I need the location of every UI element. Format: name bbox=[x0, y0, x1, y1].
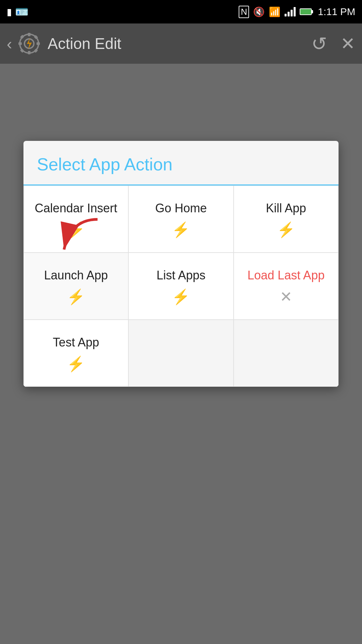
back-button[interactable]: ‹ bbox=[7, 35, 12, 53]
svg-rect-5 bbox=[37, 42, 40, 45]
status-bar-right: N 🔇 📶 1:11 PM bbox=[239, 6, 355, 18]
launch-app-label: Launch App bbox=[44, 268, 108, 282]
test-app-label: Test App bbox=[53, 335, 99, 350]
app-icon bbox=[17, 32, 41, 55]
app-bar-title: Action Edit bbox=[48, 35, 311, 53]
load-last-app-error-icon: ✕ bbox=[280, 289, 292, 304]
signal-icon bbox=[285, 7, 296, 16]
battery-low-icon: ▮ bbox=[7, 6, 12, 17]
calendar-insert-button[interactable]: Calendar Insert ⚡ bbox=[23, 185, 128, 253]
svg-rect-3 bbox=[28, 51, 31, 54]
go-home-bolt-icon: ⚡ bbox=[172, 222, 190, 237]
kill-app-bolt-icon: ⚡ bbox=[277, 222, 295, 237]
test-app-bolt-icon: ⚡ bbox=[67, 357, 85, 371]
status-bar-left: ▮ 🪪 bbox=[7, 5, 28, 18]
refresh-button[interactable]: ↺ bbox=[311, 33, 327, 55]
sim-icon: 🪪 bbox=[15, 5, 28, 18]
load-last-app-label: Load Last App bbox=[247, 268, 324, 282]
gear-lightning-icon bbox=[17, 32, 41, 55]
select-app-action-dialog: Select App Action Calendar Insert ⚡ Go H… bbox=[23, 141, 339, 387]
kill-app-button[interactable]: Kill App ⚡ bbox=[234, 185, 339, 253]
empty-cell-2 bbox=[234, 320, 339, 387]
app-bar-actions: ↺ ✕ bbox=[311, 33, 355, 55]
battery-icon bbox=[300, 8, 312, 15]
close-button[interactable]: ✕ bbox=[341, 34, 355, 54]
go-home-label: Go Home bbox=[155, 201, 207, 215]
launch-app-button[interactable]: Launch App ⚡ bbox=[23, 253, 128, 320]
list-apps-bolt-icon: ⚡ bbox=[172, 289, 190, 304]
wifi-icon: 📶 bbox=[269, 6, 281, 17]
kill-app-label: Kill App bbox=[266, 201, 306, 215]
list-apps-label: List Apps bbox=[157, 268, 205, 282]
test-app-button[interactable]: Test App ⚡ bbox=[23, 320, 128, 387]
svg-rect-2 bbox=[28, 33, 31, 36]
calendar-insert-label: Calendar Insert bbox=[35, 201, 117, 215]
svg-rect-4 bbox=[18, 42, 22, 45]
load-last-app-button[interactable]: Load Last App ✕ bbox=[234, 253, 339, 320]
calendar-insert-bolt-icon: ⚡ bbox=[67, 222, 85, 237]
launch-app-bolt-icon: ⚡ bbox=[67, 289, 85, 304]
status-bar: ▮ 🪪 N 🔇 📶 1:11 PM bbox=[0, 0, 362, 23]
time-display: 1:11 PM bbox=[318, 6, 355, 17]
nfc-icon: N bbox=[239, 6, 249, 18]
mute-icon: 🔇 bbox=[253, 6, 265, 17]
empty-cell-1 bbox=[128, 320, 233, 387]
action-grid: Calendar Insert ⚡ Go Home ⚡ Kill App ⚡ L… bbox=[23, 185, 339, 387]
app-bar: ‹ Action Edit ↺ ✕ bbox=[0, 23, 362, 64]
dialog-title: Select App Action bbox=[23, 141, 339, 184]
svg-rect-9 bbox=[20, 49, 24, 53]
list-apps-button[interactable]: List Apps ⚡ bbox=[128, 253, 233, 320]
go-home-button[interactable]: Go Home ⚡ bbox=[128, 185, 233, 253]
